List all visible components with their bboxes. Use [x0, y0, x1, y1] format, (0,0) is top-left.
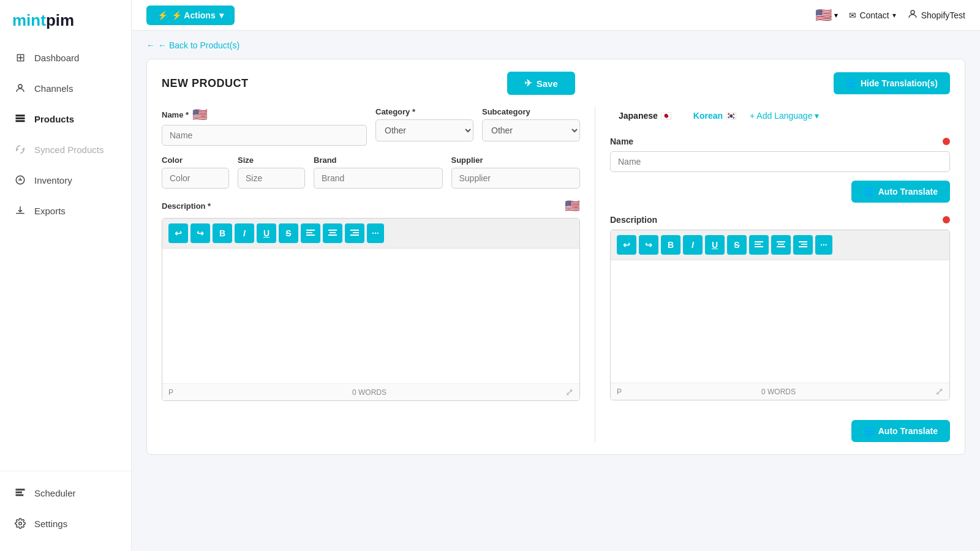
korean-tab[interactable]: Korean 🇰🇷 [685, 107, 745, 124]
translation-description-footer: P 0 WORDS ⤢ [611, 383, 949, 400]
trans-italic-button[interactable]: I [683, 235, 703, 255]
add-lang-label: + Add Language [750, 111, 812, 121]
svg-rect-3 [16, 121, 24, 122]
sidebar-item-label: Channels [34, 83, 73, 94]
logo-mint: mint [12, 11, 46, 29]
size-input[interactable] [238, 168, 305, 189]
svg-rect-2 [16, 118, 24, 119]
translation-name-header: Name [610, 137, 950, 146]
user-label: ShopifyTest [921, 10, 965, 20]
name-input[interactable] [162, 125, 367, 146]
sidebar-item-channels[interactable]: Channels [0, 73, 131, 103]
sidebar-item-settings[interactable]: Settings [0, 508, 131, 539]
save-label: Save [537, 78, 558, 89]
svg-rect-7 [16, 489, 24, 490]
sidebar-item-synced-products[interactable]: Synced Products [0, 134, 131, 165]
us-flag-icon-form: 🇺🇸 [192, 107, 208, 122]
svg-rect-12 [306, 230, 315, 231]
language-selector[interactable]: 🇺🇸 ▾ [815, 7, 838, 23]
trans-strikethrough-button[interactable]: S [727, 235, 747, 255]
align-right-button[interactable] [345, 223, 364, 243]
underline-button[interactable]: U [257, 223, 276, 243]
word-count: 0 WORDS [352, 388, 386, 397]
auto-translate-name-button[interactable]: 🌐 Auto Translate [851, 181, 950, 203]
trans-resize-handle[interactable]: ⤢ [935, 386, 943, 397]
color-input[interactable] [162, 168, 229, 189]
envelope-icon: ✉ [849, 10, 856, 20]
trans-redo-button[interactable]: ↪ [639, 235, 658, 255]
contact-dropdown-icon: ▾ [892, 11, 896, 20]
italic-button[interactable]: I [235, 223, 254, 243]
contact-button[interactable]: ✉ Contact ▾ [849, 10, 895, 20]
description-required-indicator [943, 216, 950, 223]
trans-align-left-button[interactable] [749, 235, 769, 255]
back-link[interactable]: ← ← Back to Product(s) [146, 40, 965, 50]
sidebar-item-inventory[interactable]: Inventory [0, 165, 131, 195]
sidebar-item-dashboard[interactable]: ⊞ Dashboard [0, 42, 131, 73]
translation-name-input[interactable] [610, 151, 950, 172]
sidebar-item-label: Settings [34, 519, 67, 529]
translation-name-group: Name 🌐 Auto Translate [610, 137, 950, 203]
sidebar-item-products[interactable]: Products [0, 103, 131, 134]
actions-lightning-icon: ⚡ [157, 10, 168, 20]
brand-field-group: Brand [314, 156, 443, 189]
more-button[interactable]: ··· [367, 223, 384, 243]
svg-rect-28 [801, 244, 807, 245]
auto-translate-bottom-button[interactable]: 🌐 Auto Translate [851, 420, 950, 442]
topbar-right: 🇺🇸 ▾ ✉ Contact ▾ ShopifyTest [815, 7, 965, 23]
sidebar-bottom: Scheduler Settings [0, 471, 131, 551]
actions-button[interactable]: ⚡ ⚡ Actions ▾ [146, 6, 235, 25]
add-language-button[interactable]: + Add Language ▾ [750, 111, 819, 121]
actions-label: ⚡ Actions [172, 10, 216, 20]
align-left-button[interactable] [301, 223, 320, 243]
supplier-input[interactable] [451, 168, 581, 189]
translation-description-content[interactable] [611, 260, 949, 383]
subcategory-select[interactable]: Other [482, 119, 580, 141]
resize-handle[interactable]: ⤢ [565, 386, 573, 398]
contact-label: Contact [859, 10, 889, 20]
trans-underline-button[interactable]: U [705, 235, 725, 255]
strikethrough-button[interactable]: S [279, 223, 298, 243]
description-content[interactable] [162, 249, 579, 383]
main-area: ⚡ ⚡ Actions ▾ 🇺🇸 ▾ ✉ Contact ▾ ShopifyTe… [132, 0, 980, 551]
redo-button[interactable]: ↪ [190, 223, 210, 243]
brand-input[interactable] [314, 168, 443, 189]
svg-point-10 [19, 522, 22, 525]
auto-translate-name-label: Auto Translate [878, 187, 938, 197]
auto-translate-bottom-label: Auto Translate [878, 426, 938, 436]
svg-rect-25 [778, 244, 784, 245]
japanese-flag-icon: 🇯🇵 [661, 111, 671, 121]
us-flag-desc-icon: 🇺🇸 [565, 198, 580, 213]
trans-bold-button[interactable]: B [661, 235, 680, 255]
category-select[interactable]: Other Electronics [375, 119, 473, 141]
category-field-group: Category * Other Electronics [375, 107, 473, 141]
align-center-button[interactable] [323, 223, 342, 243]
user-button[interactable]: ShopifyTest [907, 9, 965, 21]
svg-rect-1 [16, 115, 24, 116]
undo-button[interactable]: ↩ [168, 223, 188, 243]
supplier-label: Supplier [451, 156, 581, 165]
svg-rect-23 [755, 246, 763, 247]
paragraph-indicator: P [168, 388, 173, 397]
save-button[interactable]: ✈ Save [507, 72, 575, 95]
svg-rect-21 [755, 241, 763, 242]
svg-rect-8 [16, 492, 21, 493]
svg-rect-24 [777, 241, 785, 242]
name-field-group: Name * 🇺🇸 [162, 107, 367, 146]
sidebar-item-scheduler[interactable]: Scheduler [0, 478, 131, 508]
user-icon [907, 9, 918, 21]
sidebar-item-exports[interactable]: Exports [0, 195, 131, 226]
bold-button[interactable]: B [213, 223, 232, 243]
trans-align-center-button[interactable] [771, 235, 791, 255]
product-panel: NEW PRODUCT ✈ Save 🌐 Hide Translation(s) [146, 59, 965, 455]
trans-more-button[interactable]: ··· [815, 235, 832, 255]
auto-translate-name-icon: 🌐 [864, 187, 874, 197]
svg-rect-14 [306, 234, 315, 236]
japanese-tab[interactable]: Japanese 🇯🇵 [610, 107, 680, 124]
topbar-left: ⚡ ⚡ Actions ▾ [146, 6, 235, 25]
trans-align-right-button[interactable] [793, 235, 813, 255]
exports-icon [13, 204, 27, 217]
trans-undo-button[interactable]: ↩ [617, 235, 636, 255]
hide-translation-button[interactable]: 🌐 Hide Translation(s) [834, 72, 950, 94]
translation-description-label: Description [610, 215, 657, 225]
